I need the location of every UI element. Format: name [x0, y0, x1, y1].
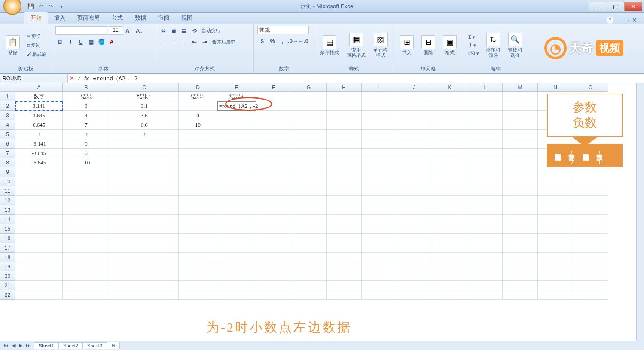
row-header-12[interactable]: 12 [0, 196, 15, 205]
close-button[interactable]: ✕ [624, 2, 642, 11]
cell-F6[interactable] [256, 139, 291, 149]
cell-L19[interactable] [467, 262, 503, 271]
cell-A6[interactable]: -3.141 [15, 139, 63, 149]
cell-B11[interactable] [63, 186, 110, 196]
cell-E9[interactable] [217, 167, 256, 177]
cell-M20[interactable] [503, 271, 538, 281]
row-header-8[interactable]: 8 [0, 158, 15, 167]
cell-H10[interactable] [327, 177, 362, 186]
cell-J16[interactable] [397, 234, 432, 243]
cell-D4[interactable]: 10 [179, 120, 217, 130]
cell-C15[interactable] [110, 224, 179, 234]
cell-L2[interactable] [467, 101, 503, 111]
indent-inc-button[interactable]: ⇥ [200, 37, 209, 46]
cell-B15[interactable] [63, 224, 110, 234]
cells-area[interactable]: 数字结果结果1结果2结果33.14133.1=round（A2，-23.6454… [15, 92, 608, 300]
cell-N20[interactable] [538, 271, 573, 281]
cell-A2[interactable]: 3.141 [15, 101, 63, 111]
cancel-formula-icon[interactable]: ✕ [70, 75, 74, 82]
cell-I20[interactable] [362, 271, 397, 281]
col-header-G[interactable]: G [291, 83, 327, 92]
cell-F15[interactable] [256, 224, 291, 234]
clear-button[interactable]: ⌫ ▾ [467, 50, 481, 57]
cell-F21[interactable] [256, 281, 291, 290]
col-header-I[interactable]: I [362, 83, 397, 92]
cell-B4[interactable]: 7 [63, 120, 110, 130]
cell-I5[interactable] [362, 130, 397, 139]
cell-O18[interactable] [573, 253, 608, 262]
sort-filter-button[interactable]: ⇅排序和 筛选 [483, 32, 503, 58]
cell-C21[interactable] [110, 281, 179, 290]
cell-F4[interactable] [256, 120, 291, 130]
decrease-decimal-button[interactable]: ←.0 [299, 36, 308, 46]
cell-O10[interactable] [573, 177, 608, 186]
cell-L21[interactable] [467, 281, 503, 290]
cell-B10[interactable] [63, 177, 110, 186]
cell-E12[interactable] [217, 196, 256, 205]
cell-B19[interactable] [63, 262, 110, 271]
cell-C10[interactable] [110, 177, 179, 186]
cell-L14[interactable] [467, 215, 503, 224]
cell-I4[interactable] [362, 120, 397, 130]
cell-J15[interactable] [397, 224, 432, 234]
cell-J3[interactable] [397, 111, 432, 120]
bold-button[interactable]: B [55, 37, 65, 46]
indent-dec-button[interactable]: ⇤ [189, 37, 199, 46]
cell-K19[interactable] [432, 262, 467, 271]
cell-D15[interactable] [179, 224, 217, 234]
cell-I2[interactable] [362, 101, 397, 111]
cell-F5[interactable] [256, 130, 291, 139]
row-header-22[interactable]: 22 [0, 290, 15, 300]
cell-F2[interactable] [256, 101, 291, 111]
cell-A4[interactable]: 6.645 [15, 120, 63, 130]
cell-G7[interactable] [291, 149, 327, 158]
min-ribbon-icon[interactable]: — [617, 17, 623, 24]
cell-K21[interactable] [432, 281, 467, 290]
cell-M18[interactable] [503, 253, 538, 262]
qat-menu-icon[interactable]: ▾ [58, 3, 65, 10]
cell-K9[interactable] [432, 167, 467, 177]
cell-F14[interactable] [256, 215, 291, 224]
cell-L7[interactable] [467, 149, 503, 158]
cell-D22[interactable] [179, 290, 217, 300]
enter-formula-icon[interactable]: ✓ [77, 75, 82, 82]
cell-I6[interactable] [362, 139, 397, 149]
cell-G5[interactable] [291, 130, 327, 139]
cell-C14[interactable] [110, 215, 179, 224]
align-bottom-button[interactable]: ⬓ [179, 26, 189, 35]
cell-B6[interactable]: 0 [63, 139, 110, 149]
cell-J9[interactable] [397, 167, 432, 177]
row-header-3[interactable]: 3 [0, 111, 15, 120]
cell-K1[interactable] [432, 92, 467, 101]
cell-M14[interactable] [503, 215, 538, 224]
cell-C19[interactable] [110, 262, 179, 271]
cell-D2[interactable] [179, 101, 217, 111]
cell-B12[interactable] [63, 196, 110, 205]
col-header-K[interactable]: K [432, 83, 467, 92]
cell-N10[interactable] [538, 177, 573, 186]
fx-icon[interactable]: fx [84, 75, 89, 82]
row-header-17[interactable]: 17 [0, 243, 15, 253]
col-header-M[interactable]: M [503, 83, 538, 92]
cell-F18[interactable] [256, 253, 291, 262]
cell-F8[interactable] [256, 158, 291, 167]
cell-K14[interactable] [432, 215, 467, 224]
cell-E16[interactable] [217, 234, 256, 243]
cell-A10[interactable] [15, 177, 63, 186]
align-top-button[interactable]: ⬄ [159, 26, 168, 35]
cell-F16[interactable] [256, 234, 291, 243]
cell-H2[interactable] [327, 101, 362, 111]
col-header-E[interactable]: E [217, 83, 256, 92]
row-header-16[interactable]: 16 [0, 234, 15, 243]
cell-C12[interactable] [110, 196, 179, 205]
fill-button[interactable]: ⬇ ▾ [467, 42, 481, 49]
cell-B2[interactable]: 3 [63, 101, 110, 111]
cell-C3[interactable]: 3.6 [110, 111, 179, 120]
cell-O22[interactable] [573, 290, 608, 300]
cell-L8[interactable] [467, 158, 503, 167]
cell-G6[interactable] [291, 139, 327, 149]
row-header-4[interactable]: 4 [0, 120, 15, 130]
row-header-9[interactable]: 9 [0, 167, 15, 177]
cell-C7[interactable] [110, 149, 179, 158]
cell-B8[interactable]: -10 [63, 158, 110, 167]
